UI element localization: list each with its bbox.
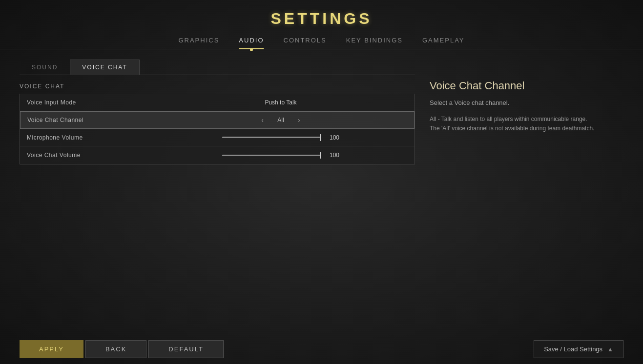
info-body: All - Talk and listen to all players wit… — [430, 115, 623, 133]
save-load-label: Save / Load Settings — [544, 345, 602, 353]
voice-chat-channel-value: ‹ All › — [147, 116, 414, 124]
arrow-left-icon[interactable]: ‹ — [261, 116, 264, 124]
tab-key-bindings[interactable]: KEY BINDINGS — [346, 37, 403, 49]
sub-tabs: SOUND VOICE CHAT — [20, 59, 415, 75]
page-title: SETTINGS — [0, 10, 643, 28]
slider-track — [222, 155, 321, 156]
tab-gameplay[interactable]: GAMEPLAY — [422, 37, 465, 49]
microphone-volume-control: 100 — [147, 134, 415, 141]
tab-controls[interactable]: CONTROLS — [284, 37, 327, 49]
settings-table: Voice Input Mode Push to Talk Voice Chat… — [20, 94, 415, 164]
footer: APPLY BACK DEFAULT Save / Load Settings … — [0, 334, 643, 364]
setting-row-voice-chat-channel[interactable]: Voice Chat Channel ‹ All › — [20, 111, 415, 129]
info-title: Voice Chat Channel — [430, 80, 623, 92]
setting-row-voice-input-mode[interactable]: Voice Input Mode Push to Talk — [20, 94, 415, 111]
setting-row-microphone-volume[interactable]: Microphone Volume 100 — [20, 129, 415, 146]
arrow-right-icon[interactable]: › — [298, 116, 300, 124]
info-body-line1: All - Talk and listen to all players wit… — [430, 115, 623, 124]
section-label: VOICE CHAT — [20, 83, 415, 90]
sub-tab-voice-chat[interactable]: VOICE CHAT — [70, 60, 139, 75]
tab-graphics[interactable]: GRAPHICS — [178, 37, 219, 49]
active-tab-indicator — [250, 48, 253, 51]
voice-chat-channel-label: Voice Chat Channel — [21, 117, 147, 123]
setting-row-voice-chat-volume[interactable]: Voice Chat Volume 100 — [20, 146, 415, 164]
info-body-line2: The 'All' voice channel is not available… — [430, 124, 623, 133]
sub-tab-sound[interactable]: SOUND — [20, 60, 70, 75]
microphone-volume-label: Microphone Volume — [20, 134, 147, 141]
voice-chat-volume-value: 100 — [325, 152, 339, 159]
footer-buttons: APPLY BACK DEFAULT — [20, 340, 224, 358]
arrow-select-channel: ‹ All › — [261, 116, 300, 124]
voice-chat-volume-slider[interactable]: 100 — [222, 152, 339, 159]
voice-chat-volume-control: 100 — [147, 152, 415, 159]
apply-button[interactable]: APPLY — [20, 340, 83, 358]
microphone-volume-value: 100 — [325, 134, 339, 141]
footer-right: Save / Load Settings ▲ — [534, 340, 623, 358]
slider-fill — [222, 155, 321, 156]
default-button[interactable]: DEFAULT — [148, 340, 224, 358]
slider-thumb — [320, 134, 321, 141]
channel-value-text: All — [273, 117, 288, 123]
left-panel: SOUND VOICE CHAT VOICE CHAT Voice Input … — [20, 59, 415, 329]
voice-input-mode-label: Voice Input Mode — [20, 99, 147, 106]
chevron-up-icon: ▲ — [607, 346, 613, 353]
info-subtitle: Select a Voice chat channel. — [430, 98, 623, 108]
content-area: SOUND VOICE CHAT VOICE CHAT Voice Input … — [0, 49, 643, 334]
settings-page: SETTINGS GRAPHICS AUDIO CONTROLS KEY BIN… — [0, 0, 643, 364]
header: SETTINGS — [0, 0, 643, 33]
tab-audio[interactable]: AUDIO — [239, 37, 264, 49]
voice-chat-volume-label: Voice Chat Volume — [20, 152, 147, 159]
nav-tabs: GRAPHICS AUDIO CONTROLS KEY BINDINGS GAM… — [0, 33, 643, 49]
slider-track — [222, 137, 321, 138]
back-button[interactable]: BACK — [85, 340, 146, 358]
microphone-volume-slider[interactable]: 100 — [222, 134, 339, 141]
right-panel: Voice Chat Channel Select a Voice chat c… — [430, 59, 623, 329]
voice-input-mode-value: Push to Talk — [147, 99, 415, 106]
slider-thumb — [320, 152, 321, 159]
save-load-button[interactable]: Save / Load Settings ▲ — [534, 340, 623, 358]
slider-fill — [222, 137, 321, 138]
